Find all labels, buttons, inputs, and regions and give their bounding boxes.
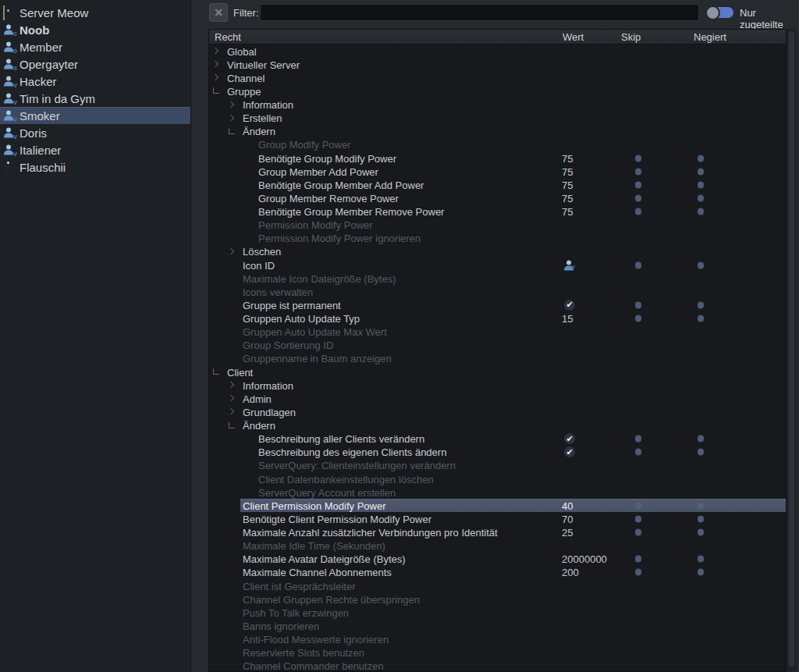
skip-dot[interactable] [635, 155, 641, 162]
table-row[interactable]: Channel [209, 71, 786, 84]
table-row[interactable]: Icons verwalten [209, 285, 786, 298]
permission-value[interactable]: 75 [562, 206, 573, 218]
permission-value[interactable]: 200 [562, 567, 579, 578]
table-row[interactable]: Client Datenbankeinstellungen löschen [209, 472, 786, 485]
skip-dot[interactable] [635, 168, 641, 175]
branch-expanded-icon[interactable] [213, 87, 219, 94]
negiert-dot[interactable] [698, 515, 704, 522]
table-row[interactable]: Permission Modify Power ignorieren [209, 232, 786, 245]
sidebar-item[interactable]: vDoris [0, 124, 190, 141]
table-row[interactable]: Icon IDv [209, 258, 786, 272]
table-row[interactable]: Benötigte Group Member Remove Power75 [209, 205, 786, 219]
permission-value[interactable]: 20000000 [562, 553, 607, 565]
negiert-dot[interactable] [698, 556, 704, 563]
only-assigned-toggle[interactable] [705, 6, 734, 19]
table-row[interactable]: Grundlagen [209, 405, 786, 418]
table-row[interactable]: Client Permission Modify Power40 [209, 499, 786, 512]
skip-dot[interactable] [635, 181, 641, 188]
skip-dot[interactable] [635, 436, 641, 443]
skip-dot[interactable] [635, 502, 641, 509]
table-row[interactable]: Benötigte Group Member Add Power75 [209, 178, 786, 191]
skip-dot[interactable] [635, 515, 641, 522]
permission-value[interactable]: 40 [562, 500, 573, 511]
table-row[interactable]: Gruppen Auto Update Typ15 [209, 312, 786, 325]
checkmark-icon[interactable] [564, 433, 575, 444]
table-row[interactable]: Benötigte Group Modify Power75 [209, 151, 786, 165]
table-row[interactable]: Group Modify Power [209, 138, 786, 151]
sidebar-item[interactable]: vItaliener [0, 141, 190, 158]
table-row[interactable]: Banns ignorieren [209, 619, 786, 632]
branch-collapsed-icon[interactable] [212, 48, 218, 54]
skip-dot[interactable] [635, 556, 641, 563]
negiert-dot[interactable] [698, 502, 704, 509]
table-row[interactable]: Erstellen [209, 112, 786, 125]
table-row[interactable]: Admin [209, 392, 786, 405]
sidebar-item[interactable]: cNoob [0, 21, 190, 38]
scrollbar-thumb[interactable] [788, 31, 795, 667]
table-row[interactable]: Information [209, 98, 786, 112]
permission-value[interactable]: 15 [562, 313, 573, 325]
table-row[interactable]: Gruppenname in Baum anzeigen [209, 352, 786, 365]
checkmark-icon[interactable] [564, 300, 575, 311]
table-row[interactable]: Maximale Idle Time (Sekunden) [209, 539, 786, 553]
table-row[interactable]: Maximale Avatar Dateigröße (Bytes)200000… [209, 553, 786, 566]
table-row[interactable]: Information [209, 379, 786, 392]
column-header-skip[interactable]: Skip [621, 31, 641, 43]
branch-collapsed-icon[interactable] [228, 101, 234, 107]
negiert-dot[interactable] [698, 436, 704, 443]
table-row[interactable]: Channel Commander benutzen [209, 660, 786, 672]
sidebar-item[interactable]: vHacker [0, 73, 190, 90]
table-row[interactable]: Client ist Gesprächsleiter [209, 579, 786, 592]
table-row[interactable]: Channel Gruppen Rechte überspringen [209, 592, 786, 606]
table-row[interactable]: Permission Modify Power [209, 219, 786, 232]
branch-collapsed-icon[interactable] [228, 248, 234, 254]
permission-value[interactable]: 25 [562, 527, 573, 539]
negiert-dot[interactable] [698, 315, 704, 322]
negiert-dot[interactable] [698, 569, 704, 576]
table-row[interactable]: Maximale Channel Abonnements200 [209, 566, 786, 579]
permission-value[interactable]: 70 [562, 513, 573, 524]
table-row[interactable]: Group Member Add Power75 [209, 165, 786, 178]
branch-collapsed-icon[interactable] [228, 408, 234, 414]
branch-expanded-icon[interactable] [229, 422, 235, 428]
table-row[interactable]: Maximale Anzahl zusätzlicher Verbindunge… [209, 526, 786, 539]
branch-collapsed-icon[interactable] [228, 382, 234, 388]
table-row[interactable]: Group Member Remove Power75 [209, 191, 786, 204]
skip-dot[interactable] [635, 315, 641, 322]
table-row[interactable]: ServerQuery Account erstellen [209, 485, 786, 499]
sidebar-item[interactable]: vTim in da Gym [0, 90, 190, 107]
branch-expanded-icon[interactable] [229, 128, 235, 134]
skip-dot[interactable] [635, 529, 641, 536]
negiert-dot[interactable] [698, 181, 704, 188]
table-row[interactable]: Ändern [209, 125, 786, 138]
permission-value[interactable]: 75 [562, 192, 573, 204]
checkmark-icon[interactable] [564, 446, 575, 457]
skip-dot[interactable] [635, 194, 641, 201]
table-row[interactable]: Global [209, 44, 786, 58]
column-header-negiert[interactable]: Negiert [694, 31, 726, 43]
skip-dot[interactable] [635, 569, 641, 576]
table-row[interactable]: Client [209, 365, 786, 379]
skip-dot[interactable] [635, 261, 641, 268]
branch-collapsed-icon[interactable] [228, 395, 234, 401]
branch-collapsed-icon[interactable] [228, 114, 234, 120]
negiert-dot[interactable] [698, 301, 704, 308]
table-row[interactable]: Gruppe ist permanent [209, 298, 786, 311]
negiert-dot[interactable] [698, 529, 704, 536]
table-row[interactable]: Anti-Flood Messwerte ignorieren [209, 633, 786, 646]
table-row[interactable]: Löschen [209, 245, 786, 258]
table-row[interactable]: Ändern [209, 419, 786, 432]
table-row[interactable]: Group Sortierung ID [209, 339, 786, 352]
branch-expanded-icon[interactable] [213, 368, 219, 375]
negiert-dot[interactable] [698, 261, 704, 268]
column-header-recht[interactable]: Recht [215, 31, 241, 43]
table-row[interactable]: Reservierte Slots benutzen [209, 646, 786, 660]
table-row[interactable]: Push To Talk erzwingen [209, 606, 786, 619]
permission-value[interactable]: 75 [562, 179, 573, 190]
sidebar-item[interactable]: Flauschii [0, 158, 190, 176]
table-row[interactable]: Beschreibung des eigenen Clients ändern [209, 446, 786, 459]
filter-input[interactable] [260, 4, 699, 21]
sidebar-item[interactable]: oMember [0, 38, 190, 55]
table-row[interactable]: ServerQuery: Clienteinstellungen verände… [209, 459, 786, 472]
branch-collapsed-icon[interactable] [212, 74, 218, 80]
